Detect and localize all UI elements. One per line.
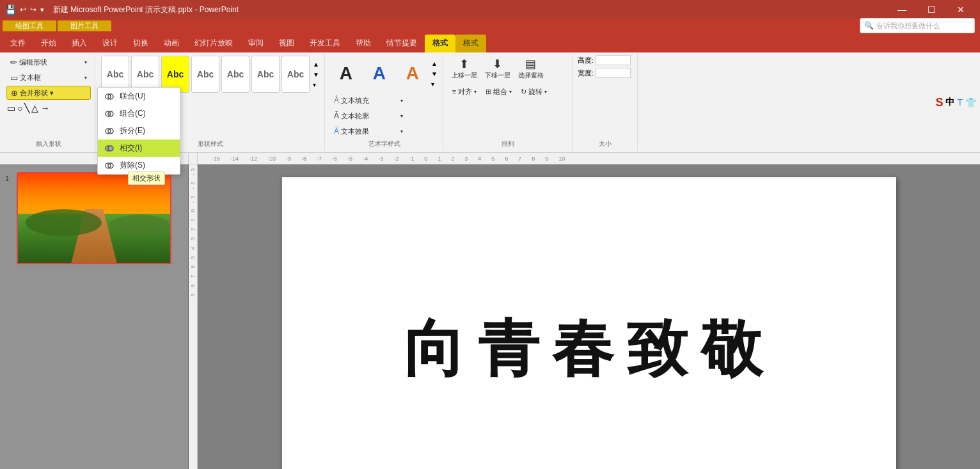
shirt-icon[interactable]: 👕 xyxy=(965,97,976,107)
merge-subtract-icon xyxy=(104,161,115,171)
group-arrange-label: 排列 xyxy=(502,139,514,150)
text-effects-button[interactable]: Ã 文本效果 ▾ xyxy=(330,124,407,138)
select-pane-icon: ▤ xyxy=(525,57,536,71)
tab-animation[interactable]: 动画 xyxy=(156,35,187,52)
slide-thumbnail[interactable] xyxy=(17,172,171,264)
text-fill-button[interactable]: Å 文本填充 ▾ xyxy=(330,93,407,107)
close-button[interactable]: ✕ xyxy=(947,0,975,19)
merge-unite[interactable]: 联合(U) xyxy=(98,88,180,105)
shape-style-4[interactable]: Abc xyxy=(191,56,219,93)
context-tab-drawing[interactable]: 绘图工具 xyxy=(3,20,56,31)
group-button[interactable]: ⊞ 组合 ▾ xyxy=(482,84,516,99)
text-box-arrow: ▾ xyxy=(84,75,87,81)
shape-tool-rect[interactable]: ▭ xyxy=(6,102,16,114)
title-bar-controls: — ☐ ✕ xyxy=(888,0,975,19)
context-tabs-bar: 绘图工具 图片工具 🔍 告诉我你想要做什么 xyxy=(0,19,980,32)
down-layer-button[interactable]: ⬇ 下移一层 xyxy=(482,55,514,82)
t-icon[interactable]: T xyxy=(957,97,963,107)
redo-icon[interactable]: ↪ xyxy=(30,5,36,14)
minimize-button[interactable]: — xyxy=(888,0,916,19)
text-outline-button[interactable]: Ā 文本轮廓 ▾ xyxy=(330,109,407,123)
art-styles-up[interactable]: ▲ xyxy=(430,59,439,68)
shape-style-7[interactable]: Abc xyxy=(281,56,310,93)
search-bar[interactable]: 🔍 告诉我你想要做什么 xyxy=(860,18,975,33)
group-arrange: ⬆ 上移一层 ⬇ 下移一层 ▤ 选择窗格 ≡ 对齐 ▾ xyxy=(445,54,573,151)
merge-fragment[interactable]: 拆分(E) xyxy=(98,122,180,139)
chinese-icon[interactable]: 中 xyxy=(945,97,954,108)
height-input[interactable] xyxy=(596,55,631,65)
shape-styles-up[interactable]: ▲ xyxy=(312,60,320,69)
tab-view[interactable]: 视图 xyxy=(271,35,302,52)
maximize-button[interactable]: ☐ xyxy=(917,0,945,19)
slide-number: 1 xyxy=(5,175,9,182)
merge-combine-icon xyxy=(104,109,115,119)
text-box-label: 文本框 xyxy=(20,73,41,83)
ruler-horizontal: -16-14-12-10-9-8-7-6-5-4-3-2-10123456789… xyxy=(207,153,980,164)
merge-combine[interactable]: 组合(C) xyxy=(98,105,180,122)
merge-combine-label: 组合(C) xyxy=(120,108,146,119)
tab-storyboard[interactable]: 情节提要 xyxy=(379,35,425,52)
edit-shape-label: 编辑形状 xyxy=(19,58,47,67)
art-styles-expand[interactable]: ▾ xyxy=(430,79,439,89)
shape-tool-circle[interactable]: ○ xyxy=(17,102,23,114)
shape-style-5[interactable]: Abc xyxy=(221,56,249,93)
merge-shapes-label: 合并形状 ▾ xyxy=(20,88,54,98)
art-text-2[interactable]: A xyxy=(363,55,395,92)
tab-transition[interactable]: 切换 xyxy=(125,35,156,52)
group-art-text-label: 艺术字样式 xyxy=(368,139,400,150)
context-tab-picture[interactable]: 图片工具 xyxy=(58,20,111,31)
tab-format-drawing[interactable]: 格式 xyxy=(425,35,455,52)
main-area: 1 9 8 7 6 5 4 3 2 1 0 -1 -2 -3 xyxy=(0,164,980,469)
art-text-3[interactable]: A xyxy=(397,55,429,92)
shape-styles-down[interactable]: ▼ xyxy=(312,70,320,79)
shape-style-6[interactable]: Abc xyxy=(251,56,280,93)
group-insert-shapes-label: 插入形状 xyxy=(36,139,61,150)
shape-styles-expand[interactable]: ▾ xyxy=(312,80,320,90)
tab-review[interactable]: 审阅 xyxy=(241,35,271,52)
shape-tool-line[interactable]: ╲ xyxy=(24,102,30,114)
merge-shapes-dropdown: 联合(U) 组合(C) 拆分(E) 相交(I) 剪除(S) xyxy=(97,87,180,175)
save-icon[interactable]: 💾 xyxy=(5,4,16,15)
customize-icon[interactable]: ▾ xyxy=(40,6,44,14)
merge-shapes-icon: ⊕ xyxy=(11,88,18,98)
down-layer-label: 下移一层 xyxy=(485,71,510,80)
tab-help[interactable]: 帮助 xyxy=(348,35,379,52)
merge-intersect[interactable]: 相交(I) xyxy=(98,139,180,157)
group-size: 高度: 宽度: 大小 xyxy=(574,54,638,151)
select-pane-label: 选择窗格 xyxy=(518,71,544,80)
edit-shape-button[interactable]: ✏ 编辑形状 ▾ xyxy=(6,55,91,69)
merge-intersect-label: 相交(I) xyxy=(120,143,142,154)
group-size-label: 大小 xyxy=(599,139,612,150)
title-bar: 💾 ↩ ↪ ▾ 新建 Microsoft PowerPoint 演示文稿.ppt… xyxy=(0,0,980,19)
tab-insert[interactable]: 插入 xyxy=(64,35,95,52)
width-input[interactable] xyxy=(596,68,631,78)
merge-fragment-label: 拆分(E) xyxy=(120,125,145,136)
tab-home[interactable]: 开始 xyxy=(33,35,64,52)
title-bar-title: 新建 Microsoft PowerPoint 演示文稿.pptx - Powe… xyxy=(53,4,239,15)
art-text-1[interactable]: A xyxy=(330,55,362,92)
tab-design[interactable]: 设计 xyxy=(95,35,125,52)
text-box-button[interactable]: ▭ 文本框 ▾ xyxy=(6,70,91,84)
align-button[interactable]: ≡ 对齐 ▾ xyxy=(448,84,480,99)
merge-subtract-label: 剪除(S) xyxy=(120,160,145,171)
ruler-v-spacer xyxy=(189,153,198,164)
undo-icon[interactable]: ↩ xyxy=(20,5,26,14)
s-icon[interactable]: S xyxy=(935,96,943,109)
tab-developer[interactable]: 开发工具 xyxy=(302,35,348,52)
down-layer-icon: ⬇ xyxy=(493,57,502,71)
title-bar-left: 💾 ↩ ↪ ▾ 新建 Microsoft PowerPoint 演示文稿.ppt… xyxy=(5,4,239,15)
canvas-area: 向青春致敬 https://blog.csdn.net/onesomea_a xyxy=(198,164,980,469)
shape-tool-triangle[interactable]: △ xyxy=(31,102,39,114)
rotate-button[interactable]: ↻ 旋转 ▾ xyxy=(517,84,551,99)
text-box-icon: ▭ xyxy=(10,73,18,83)
merge-shapes-button[interactable]: ⊕ 合并形状 ▾ xyxy=(6,86,91,100)
up-layer-button[interactable]: ⬆ 上移一层 xyxy=(448,55,480,82)
slide-canvas[interactable]: 向青春致敬 https://blog.csdn.net/onesomea_a xyxy=(282,177,896,469)
tab-file[interactable]: 文件 xyxy=(3,35,33,52)
tab-format-picture[interactable]: 格式 xyxy=(455,35,486,52)
shape-tool-arrow[interactable]: → xyxy=(40,102,50,114)
text-effects-icon: Ã xyxy=(334,127,339,136)
select-pane-button[interactable]: ▤ 选择窗格 xyxy=(515,55,547,82)
art-styles-down[interactable]: ▼ xyxy=(430,69,439,79)
tab-slideshow[interactable]: 幻灯片放映 xyxy=(187,35,241,52)
